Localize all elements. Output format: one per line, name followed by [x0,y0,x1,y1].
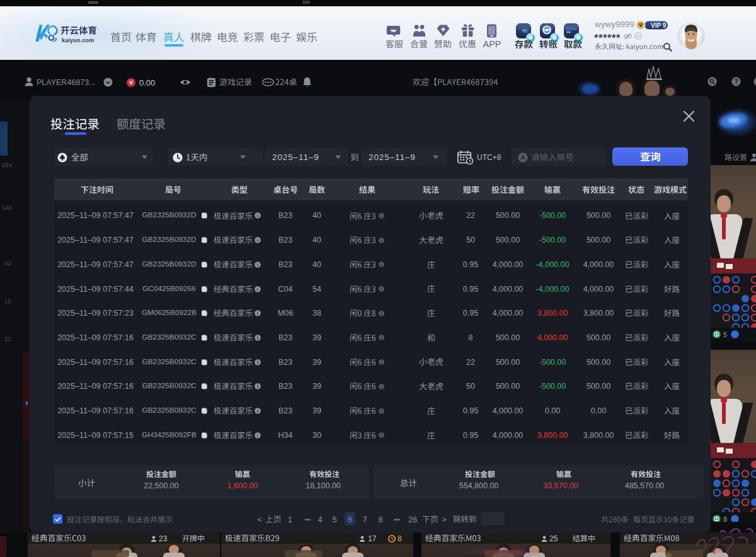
svg-text:?: ? [734,78,738,85]
svg-text:VIP 9: VIP 9 [651,22,667,29]
svg-text:V: V [129,79,133,86]
